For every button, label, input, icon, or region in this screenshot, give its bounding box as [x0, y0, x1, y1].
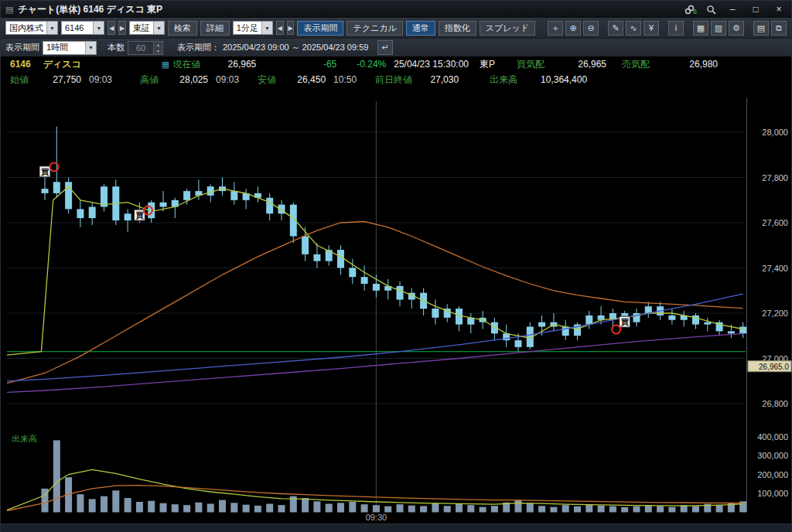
quote-panel: 6146 ディスコ 現在値 26,965 -65 -0.24% 25/04/23…: [1, 56, 791, 87]
settings-icon[interactable]: ⚙: [729, 21, 744, 36]
info-tool-group: i: [668, 21, 684, 36]
volume-axis-label: 300,000: [757, 451, 788, 460]
price-axis-label: 28,000: [762, 128, 788, 137]
main-toolbar: 国内株式 6146 ◀ ▶ 東証 検索 詳細 1分足 ◀ ▶ 表示期間 テクニカ…: [1, 18, 791, 38]
trade-marker-buy[interactable]: 買: [39, 162, 59, 177]
volume-axis-label: 100,000: [757, 489, 788, 498]
info-icon[interactable]: i: [668, 21, 684, 36]
ma-long-line: [7, 294, 743, 381]
high-time: 09:03: [216, 74, 239, 85]
count-label: 本数: [108, 42, 125, 53]
period-button[interactable]: 表示期間: [297, 21, 343, 36]
price-change: -65: [306, 59, 336, 70]
ma-vlong-line: [7, 333, 743, 392]
volume-pane-label: 出来高: [12, 434, 37, 443]
timeframe-select[interactable]: 1時間: [43, 41, 97, 55]
zoom-in-icon[interactable]: ⊕: [565, 21, 581, 36]
exchange-select[interactable]: 東証: [129, 21, 165, 35]
open-time: 09:03: [89, 74, 112, 85]
period-label: 表示期間: [5, 42, 39, 53]
interval-select[interactable]: 1分足: [233, 21, 273, 35]
volume-label: 出来高: [490, 73, 517, 87]
code-input-value: 6146: [65, 23, 84, 32]
search-button[interactable]: 検索: [168, 21, 197, 36]
output-tool-group: ▤ ⧉: [753, 21, 787, 36]
low-value: 26,450: [292, 74, 326, 85]
prev-close-value: 27,030: [425, 74, 459, 85]
prev-code-button[interactable]: ◀: [108, 21, 115, 35]
print-icon[interactable]: ▤: [753, 21, 769, 36]
high-label: 高値: [140, 73, 159, 87]
bid-value: 26,965: [563, 59, 606, 70]
next-code-button[interactable]: ▶: [118, 21, 126, 35]
price-axis-label: 27,400: [762, 264, 788, 273]
chart-svg[interactable]: 28,00027,80027,60027,40027,20027,00026,8…: [1, 87, 792, 523]
zoom-out-icon[interactable]: ⊖: [583, 21, 599, 36]
spin-up-icon[interactable]: [154, 42, 162, 48]
new-window-icon[interactable]: ⧉: [771, 21, 787, 36]
price-axis-label: 27,800: [762, 173, 788, 182]
svg-text:26,965.0: 26,965.0: [759, 363, 789, 371]
open-label: 始値: [10, 73, 29, 87]
cursor-tool-group: ＋ ⊕ ⊖: [548, 21, 599, 36]
market-select-value: 国内株式: [9, 22, 43, 34]
count-value: 60: [128, 43, 153, 53]
freehand-draw-icon[interactable]: ∿: [626, 21, 641, 36]
price-axis-label: 27,200: [762, 309, 788, 318]
close-button[interactable]: ×: [770, 3, 788, 16]
price-chart[interactable]: 28,00027,80027,60027,40027,20027,00026,8…: [1, 87, 791, 523]
interval-select-value: 1分足: [237, 22, 258, 34]
indicator-icon[interactable]: ▦: [693, 21, 708, 36]
execution-circle-icon: [612, 326, 620, 334]
volume-axis-label: 400,000: [757, 432, 788, 442]
open-value: 27,750: [47, 74, 81, 85]
low-label: 安値: [258, 73, 276, 87]
count-input[interactable]: 60: [128, 41, 163, 55]
link-icon[interactable]: 6: [683, 2, 698, 16]
prev-interval-button[interactable]: ◀: [276, 21, 284, 35]
status-bar: [1, 523, 791, 532]
chevron-down-icon: [93, 22, 104, 34]
spin-down-icon[interactable]: [154, 48, 162, 54]
quote-row-main: 6146 ディスコ 現在値 26,965 -65 -0.24% 25/04/23…: [1, 56, 791, 72]
normal-mode-button[interactable]: 通常: [406, 21, 435, 36]
chevron-down-icon: [153, 22, 164, 34]
title-bar: チャート(単体) 6146 ディスコ 東P 6 – □ ×: [1, 1, 791, 18]
high-value: 28,025: [174, 74, 208, 85]
draw-tool-group: ✎ ∿ ¥: [608, 21, 659, 36]
search-icon[interactable]: [703, 2, 719, 16]
technical-button[interactable]: テクニカル: [346, 21, 402, 36]
svg-text:買: 買: [40, 168, 50, 176]
current-price-label: 現在値: [172, 58, 200, 71]
execution-circle-icon: [50, 162, 59, 171]
next-interval-button[interactable]: ▶: [287, 21, 295, 35]
time-axis-label: 09:30: [366, 513, 387, 522]
index-mode-button[interactable]: 指数化: [439, 21, 476, 36]
spread-mode-button[interactable]: スプレッド: [480, 21, 535, 36]
volume-bars: [42, 440, 747, 512]
window-title: チャート(単体) 6146 ディスコ 東P: [18, 3, 162, 16]
price-axis-label: 27,600: [762, 218, 788, 227]
range-value: 2025/04/23 09:00 ～ 2025/04/23 09:59: [223, 42, 368, 53]
pencil-icon[interactable]: ✎: [608, 21, 623, 36]
chevron-down-icon: [261, 22, 272, 34]
code-input[interactable]: 6146: [61, 21, 104, 35]
market-select[interactable]: 国内株式: [5, 21, 58, 35]
refresh-icon[interactable]: ↵: [377, 40, 393, 55]
minimize-button[interactable]: –: [723, 3, 742, 16]
quote-board-icon[interactable]: [162, 60, 169, 70]
stock-code: 6146: [10, 59, 31, 70]
chart-type-icon[interactable]: ▥: [711, 21, 726, 36]
detail-button[interactable]: 詳細: [200, 21, 230, 36]
yen-icon[interactable]: ¥: [644, 21, 659, 36]
chevron-down-icon: [46, 22, 57, 34]
price-axis-label: 26,800: [762, 399, 788, 408]
quote-row-ohlc: 始値 27,750 09:03 高値 28,025 09:03 安値 26,45…: [1, 72, 791, 87]
crosshair-icon[interactable]: ＋: [548, 21, 563, 36]
ask-value: 26,980: [671, 59, 718, 70]
market-segment: 東P: [480, 58, 495, 71]
current-price-tag: 26,965.0: [748, 361, 791, 372]
count-spinner[interactable]: [153, 42, 162, 54]
quote-timestamp: 25/04/23 15:30:00: [394, 59, 469, 70]
maximize-button[interactable]: □: [746, 3, 765, 16]
